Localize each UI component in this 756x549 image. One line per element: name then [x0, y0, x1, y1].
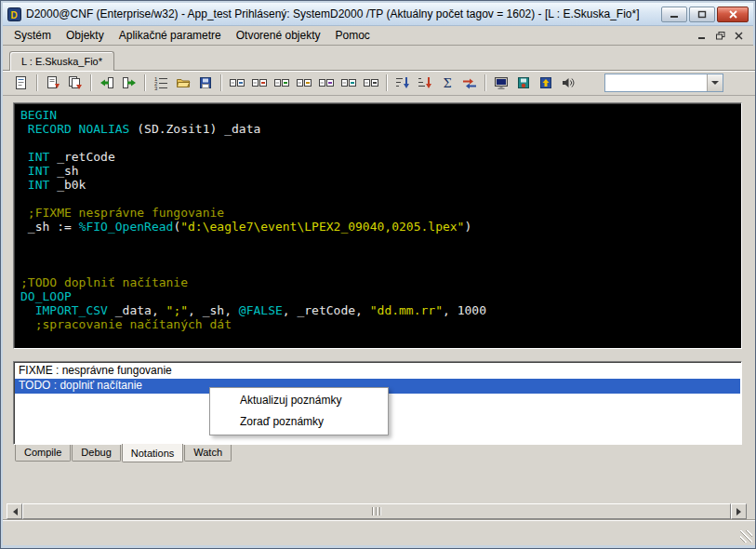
compile-all-icon[interactable] — [64, 73, 86, 93]
sort-descending-icon[interactable] — [414, 73, 435, 93]
code-token: IMPORT_CSV — [35, 303, 108, 317]
speaker-icon[interactable] — [557, 73, 578, 93]
svg-text:Σ: Σ — [443, 76, 451, 90]
code-line-4: INT _retCode — [20, 150, 737, 164]
goto-line-icon[interactable]: 123 — [150, 73, 171, 93]
swap-icon[interactable] — [458, 73, 480, 93]
code-token: INT — [28, 150, 49, 164]
code-token — [20, 303, 35, 317]
code-editor[interactable]: BEGIN RECORD NOALIAS (SD.Zosit1) _data I… — [13, 102, 742, 349]
horizontal-scrollbar[interactable] — [7, 503, 747, 519]
sort-ascending-icon[interactable] — [391, 73, 413, 93]
code-line-3 — [20, 136, 737, 150]
notation-row-fixme-nespravne-fungovanie[interactable]: FIXME : nesprávne fungovanie — [15, 364, 740, 379]
code-token: ;FIXME nesprávne fungovanie — [20, 206, 224, 220]
scroll-left-button[interactable] — [7, 503, 22, 519]
context-menu-item-zorad-poznamky[interactable]: Zoraď poznámky — [212, 411, 386, 433]
menu-aplikacne-parametre[interactable]: Aplikačné parametre — [112, 27, 229, 44]
field-template-icon-2[interactable] — [248, 73, 270, 93]
code-token: _sh := — [20, 220, 79, 234]
code-line-15: IMPORT_CSV _data, ";", _sh, @FALSE, _ret… — [20, 303, 737, 317]
field-template-icon-4[interactable] — [293, 73, 314, 93]
window-title: D2000@CNF (Enterprise/w32) - App_test Pr… — [26, 7, 657, 20]
check-out-icon[interactable] — [118, 73, 139, 93]
code-line-16: ;spracovanie načítaných dát — [20, 317, 737, 331]
arrow-right-icon — [736, 508, 745, 516]
toolbar-separator — [484, 74, 485, 91]
terminal-icon[interactable] — [490, 73, 511, 93]
bottom-tab-strip: CompileDebugNotationsWatch — [15, 445, 232, 462]
maximize-icon[interactable] — [689, 7, 715, 22]
mdi-window-controls — [695, 29, 749, 42]
mdi-close-icon[interactable] — [732, 29, 747, 42]
resize-grip[interactable] — [740, 530, 752, 542]
open-folder-icon[interactable] — [172, 73, 193, 93]
tab-compile[interactable]: Compile — [15, 445, 71, 462]
object-selector-combo[interactable] — [604, 74, 723, 92]
tab-notations[interactable]: Notations — [122, 444, 183, 462]
toolbar-buttons: 123Σ — [10, 73, 578, 93]
menu-system[interactable]: Systém — [7, 27, 59, 44]
document-tab[interactable]: L : E.Skuska_Fio* — [9, 51, 114, 71]
save-colored-icon[interactable] — [512, 73, 534, 93]
code-line-8: ;FIXME nesprávne fungovanie — [20, 206, 737, 220]
menu-items: SystémObjektyAplikačné parametreOtvorené… — [7, 27, 378, 44]
document-tab-strip: L : E.Skuska_Fio* — [9, 51, 114, 71]
tab-watch[interactable]: Watch — [184, 445, 232, 462]
check-in-icon[interactable] — [96, 73, 117, 93]
sum-icon[interactable]: Σ — [436, 73, 458, 93]
combo-dropdown-button[interactable] — [707, 74, 723, 91]
context-menu-item-aktualizuj-poznamky[interactable]: Aktualizuj poznámky — [212, 390, 386, 411]
field-template-icon-5[interactable] — [315, 73, 337, 93]
code-token — [20, 178, 28, 192]
menu-objekty[interactable]: Objekty — [59, 27, 112, 44]
svg-text:D: D — [11, 9, 18, 20]
field-template-icon-1[interactable] — [226, 73, 247, 93]
client-area: L : E.Skuska_Fio* 123Σ BEGIN RECORD NOAL… — [3, 46, 755, 545]
save-icon[interactable] — [194, 73, 216, 93]
code-token: , _retCode, — [283, 303, 370, 317]
app-window: D D2000@CNF (Enterprise/w32) - App_test … — [0, 0, 756, 549]
scrollbar-thumb[interactable] — [22, 503, 731, 519]
code-line-5: INT _sh — [20, 164, 737, 178]
code-token: INT — [28, 164, 49, 178]
scroll-right-button[interactable] — [731, 503, 747, 519]
code-token: ) — [464, 220, 471, 234]
code-line-11 — [20, 248, 737, 261]
toolbar-separator — [90, 74, 91, 91]
code-token: ";" — [166, 303, 188, 317]
code-token: RECORD NOALIAS — [28, 122, 130, 136]
code-line-1: BEGIN — [20, 108, 737, 122]
minimize-icon[interactable] — [661, 7, 687, 22]
context-menu: Aktualizuj poznámkyZoraď poznámky — [209, 387, 389, 435]
code-token: _b0k — [49, 178, 86, 192]
combo-value — [605, 74, 707, 91]
toolbar-separator — [36, 74, 37, 91]
menu-otvorene-objekty[interactable]: Otvorené objekty — [229, 27, 328, 44]
field-template-icon-6[interactable] — [338, 73, 359, 93]
code-token: _data, — [108, 303, 166, 317]
code-line-9: _sh := %FIO_OpenRead("d:\eagle7\event\LP… — [20, 220, 737, 234]
close-icon[interactable] — [717, 7, 749, 22]
field-template-icon-7[interactable] — [360, 73, 381, 93]
code-line-10 — [20, 234, 737, 248]
script-properties-icon[interactable] — [10, 73, 32, 93]
code-token: BEGIN — [20, 108, 57, 122]
toolbar: 123Σ — [3, 70, 755, 96]
export-disk-icon[interactable] — [535, 73, 556, 93]
code-token: ;TODO doplniť načítanie — [20, 275, 188, 289]
chevron-down-icon — [711, 81, 719, 88]
code-token: "dd.mm.rr" — [370, 303, 443, 317]
tab-debug[interactable]: Debug — [72, 445, 120, 462]
menu-pomoc[interactable]: Pomoc — [327, 27, 377, 44]
code-token — [20, 164, 28, 178]
compile-icon[interactable] — [42, 73, 63, 93]
field-template-icon-3[interactable] — [271, 73, 292, 93]
mdi-restore-icon[interactable] — [713, 29, 728, 42]
mdi-minimize-icon[interactable] — [695, 29, 710, 42]
code-token: , 1000 — [443, 303, 486, 317]
code-token: _sh — [49, 164, 78, 178]
titlebar: D D2000@CNF (Enterprise/w32) - App_test … — [3, 3, 753, 26]
code-line-13: ;TODO doplniť načítanie — [20, 275, 737, 289]
svg-text:3: 3 — [154, 86, 158, 91]
